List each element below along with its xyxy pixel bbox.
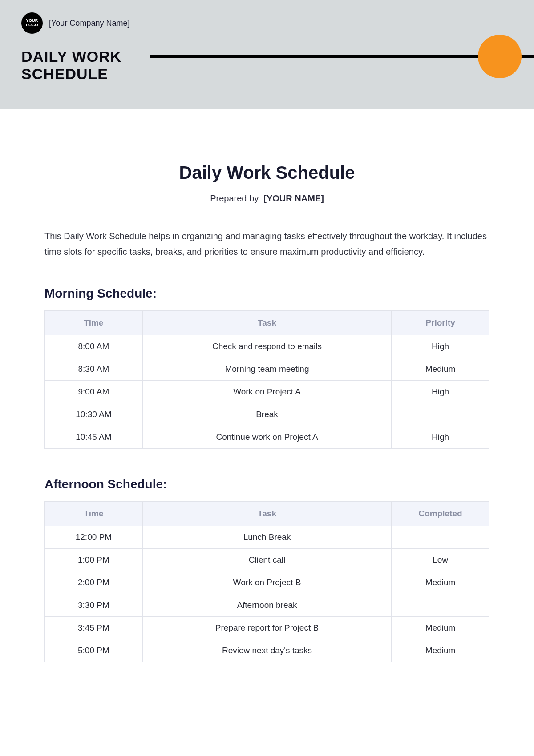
cell-task: Afternoon break bbox=[142, 594, 391, 617]
cell-completed: Medium bbox=[392, 571, 490, 594]
morning-schedule-table: Time Task Priority 8:00 AM Check and res… bbox=[44, 310, 490, 449]
cell-task: Check and respond to emails bbox=[142, 335, 391, 358]
brand-row: YOUR LOGO [Your Company Name] bbox=[21, 12, 513, 34]
cell-priority: High bbox=[392, 426, 490, 449]
cell-task: Continue work on Project A bbox=[142, 426, 391, 449]
prepared-by-label: Prepared by: bbox=[210, 193, 263, 203]
cell-time: 5:00 PM bbox=[45, 639, 143, 662]
col-task: Task bbox=[142, 311, 391, 335]
cell-time: 12:00 PM bbox=[45, 526, 143, 549]
company-name-placeholder: [Your Company Name] bbox=[49, 19, 129, 28]
cell-priority: Medium bbox=[392, 358, 490, 381]
cell-completed bbox=[392, 594, 490, 617]
banner-rule-wrap bbox=[150, 54, 513, 59]
cell-time: 9:00 AM bbox=[45, 381, 143, 403]
document-title: Daily Work Schedule bbox=[44, 163, 490, 183]
banner-title-row: DAILY WORK SCHEDULE bbox=[21, 48, 513, 83]
col-priority: Priority bbox=[392, 311, 490, 335]
cell-time: 8:00 AM bbox=[45, 335, 143, 358]
cell-time: 1:00 PM bbox=[45, 549, 143, 571]
table-row: 10:45 AM Continue work on Project A High bbox=[45, 426, 490, 449]
cell-time: 3:30 PM bbox=[45, 594, 143, 617]
banner-rule-line bbox=[150, 55, 534, 58]
cell-task: Morning team meeting bbox=[142, 358, 391, 381]
table-row: 2:00 PM Work on Project B Medium bbox=[45, 571, 490, 594]
table-row: 8:00 AM Check and respond to emails High bbox=[45, 335, 490, 358]
banner-title: DAILY WORK SCHEDULE bbox=[21, 48, 137, 83]
cell-time: 2:00 PM bbox=[45, 571, 143, 594]
prepared-by-line: Prepared by: [YOUR NAME] bbox=[44, 193, 490, 204]
cell-task: Lunch Break bbox=[142, 526, 391, 549]
cell-time: 3:45 PM bbox=[45, 617, 143, 639]
cell-completed: Medium bbox=[392, 617, 490, 639]
intro-paragraph: This Daily Work Schedule helps in organi… bbox=[44, 229, 490, 260]
banner-accent-dot bbox=[478, 35, 522, 78]
table-row: 8:30 AM Morning team meeting Medium bbox=[45, 358, 490, 381]
cell-task: Client call bbox=[142, 549, 391, 571]
cell-task: Review next day's tasks bbox=[142, 639, 391, 662]
table-header-row: Time Task Priority bbox=[45, 311, 490, 335]
header-band: YOUR LOGO [Your Company Name] DAILY WORK… bbox=[0, 0, 534, 109]
afternoon-schedule-table: Time Task Completed 12:00 PM Lunch Break… bbox=[44, 501, 490, 662]
col-completed: Completed bbox=[392, 502, 490, 526]
table-row: 5:00 PM Review next day's tasks Medium bbox=[45, 639, 490, 662]
cell-time: 10:45 AM bbox=[45, 426, 143, 449]
table-row: 1:00 PM Client call Low bbox=[45, 549, 490, 571]
table-row: 3:30 PM Afternoon break bbox=[45, 594, 490, 617]
afternoon-heading: Afternoon Schedule: bbox=[44, 477, 490, 491]
col-time: Time bbox=[45, 311, 143, 335]
logo-placeholder: YOUR LOGO bbox=[21, 12, 43, 34]
document-content: Daily Work Schedule Prepared by: [YOUR N… bbox=[0, 109, 534, 717]
cell-task: Break bbox=[142, 403, 391, 426]
table-row: 10:30 AM Break bbox=[45, 403, 490, 426]
table-row: 9:00 AM Work on Project A High bbox=[45, 381, 490, 403]
table-row: 3:45 PM Prepare report for Project B Med… bbox=[45, 617, 490, 639]
cell-priority: High bbox=[392, 381, 490, 403]
cell-time: 8:30 AM bbox=[45, 358, 143, 381]
table-row: 12:00 PM Lunch Break bbox=[45, 526, 490, 549]
cell-task: Prepare report for Project B bbox=[142, 617, 391, 639]
table-header-row: Time Task Completed bbox=[45, 502, 490, 526]
col-task: Task bbox=[142, 502, 391, 526]
morning-heading: Morning Schedule: bbox=[44, 286, 490, 301]
cell-time: 10:30 AM bbox=[45, 403, 143, 426]
col-time: Time bbox=[45, 502, 143, 526]
cell-completed: Medium bbox=[392, 639, 490, 662]
cell-task: Work on Project B bbox=[142, 571, 391, 594]
logo-text: YOUR LOGO bbox=[21, 19, 43, 28]
cell-priority bbox=[392, 403, 490, 426]
cell-task: Work on Project A bbox=[142, 381, 391, 403]
prepared-by-value: [YOUR NAME] bbox=[263, 193, 324, 203]
cell-completed: Low bbox=[392, 549, 490, 571]
cell-completed bbox=[392, 526, 490, 549]
cell-priority: High bbox=[392, 335, 490, 358]
